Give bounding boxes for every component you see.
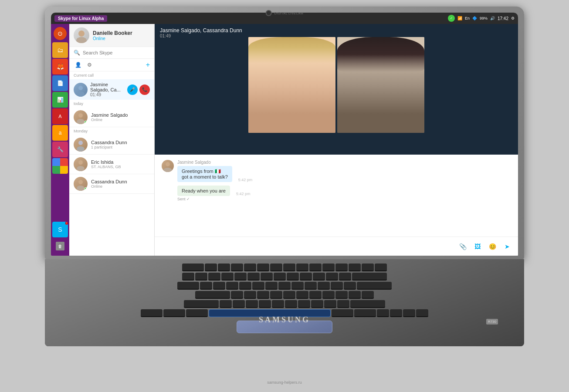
key-f9[interactable] xyxy=(309,264,322,271)
key-g[interactable] xyxy=(283,291,295,299)
key-i[interactable] xyxy=(291,282,304,290)
search-input[interactable] xyxy=(83,50,150,55)
key-w[interactable] xyxy=(213,282,225,290)
list-item[interactable]: Eric Ishida ST. ALBANS, GB xyxy=(69,155,154,174)
sidebar-item-skype[interactable]: S ! xyxy=(52,222,68,237)
key-5[interactable] xyxy=(247,273,260,280)
key-b[interactable] xyxy=(272,300,284,308)
key-l[interactable] xyxy=(335,291,348,299)
key-del[interactable] xyxy=(362,264,374,271)
sidebar-item-chrome[interactable] xyxy=(52,158,68,174)
key-2[interactable] xyxy=(208,273,220,280)
key-h[interactable] xyxy=(296,291,308,299)
key-alt-l[interactable] xyxy=(186,309,208,317)
key-z[interactable] xyxy=(220,300,232,308)
key-f2[interactable] xyxy=(218,264,230,271)
key-f[interactable] xyxy=(270,291,282,299)
key-f10[interactable] xyxy=(322,264,335,271)
key-ctrl-r[interactable] xyxy=(354,309,376,317)
sidebar-item-sheet[interactable]: 📊 xyxy=(52,92,68,108)
key-period[interactable] xyxy=(324,300,336,308)
key-arrow-d[interactable] xyxy=(390,309,402,317)
key-j[interactable] xyxy=(309,291,322,299)
key-f3[interactable] xyxy=(231,264,243,271)
key-y[interactable] xyxy=(265,282,278,290)
sidebar-item-amazon[interactable]: a xyxy=(52,125,68,141)
key-a[interactable] xyxy=(231,291,243,299)
key-comma[interactable] xyxy=(311,300,323,308)
key-caps[interactable] xyxy=(195,291,230,299)
key-shift-r[interactable] xyxy=(350,300,385,308)
key-f5[interactable] xyxy=(257,264,269,271)
settings-gear-icon[interactable]: ⚙ xyxy=(85,61,94,69)
key-arrow-u[interactable] xyxy=(403,309,415,317)
key-fn[interactable] xyxy=(163,309,185,317)
key-6[interactable] xyxy=(261,273,273,280)
key-t[interactable] xyxy=(252,282,264,290)
key-q[interactable] xyxy=(200,282,212,290)
key-8[interactable] xyxy=(287,273,299,280)
key-tab[interactable] xyxy=(177,282,199,290)
key-p[interactable] xyxy=(318,282,330,290)
mute-button[interactable]: 🎤 xyxy=(127,84,138,95)
send-icon[interactable]: ➤ xyxy=(501,241,513,252)
image-icon[interactable]: 🖼 xyxy=(472,241,483,252)
key-bracketr[interactable] xyxy=(344,282,356,290)
key-f8[interactable] xyxy=(296,264,308,271)
sidebar-item-tools[interactable]: 🔧 xyxy=(52,142,68,157)
key-o[interactable] xyxy=(305,282,317,290)
key-f4[interactable] xyxy=(244,264,256,271)
key-f12[interactable] xyxy=(349,264,361,271)
key-x[interactable] xyxy=(233,300,245,308)
emoji-icon[interactable]: 😊 xyxy=(487,241,498,252)
key-minus[interactable] xyxy=(326,273,338,280)
key-d[interactable] xyxy=(257,291,269,299)
end-call-button[interactable]: 📞 xyxy=(139,84,150,95)
sidebar-item-trash[interactable]: 🗑 xyxy=(52,238,68,254)
key-backspace[interactable] xyxy=(352,273,387,280)
key-alt-r[interactable] xyxy=(332,309,353,317)
key-4[interactable] xyxy=(234,273,247,280)
key-f11[interactable] xyxy=(335,264,348,271)
key-3[interactable] xyxy=(221,273,234,280)
list-item[interactable]: Cassandra Dunn 1 participant xyxy=(69,135,154,155)
key-ins[interactable] xyxy=(375,264,387,271)
add-contact-button[interactable]: + xyxy=(146,61,150,69)
key-u[interactable] xyxy=(278,282,291,290)
key-s[interactable] xyxy=(244,291,256,299)
key-f6[interactable] xyxy=(270,264,282,271)
list-item[interactable]: Cassandra Dunn Online xyxy=(69,174,154,194)
key-arrow-r[interactable] xyxy=(416,309,428,317)
current-call-item[interactable]: Jasmine Salgado, Ca... 01:49 🎤 📞 xyxy=(69,79,154,100)
key-v[interactable] xyxy=(259,300,271,308)
key-m[interactable] xyxy=(298,300,310,308)
key-backtick[interactable] xyxy=(182,273,194,280)
key-esc[interactable] xyxy=(182,264,204,271)
key-shift-l[interactable] xyxy=(184,300,219,308)
add-file-icon[interactable]: 📎 xyxy=(457,241,468,252)
key-1[interactable] xyxy=(195,273,207,280)
key-semi[interactable] xyxy=(349,291,361,299)
key-f1[interactable] xyxy=(205,264,217,271)
key-bracketl[interactable] xyxy=(331,282,343,290)
key-e[interactable] xyxy=(226,282,238,290)
search-bar[interactable]: 🔍 xyxy=(69,47,154,59)
sidebar-item-firefox[interactable]: 🦊 xyxy=(52,59,68,74)
key-enter[interactable] xyxy=(357,282,392,290)
message-input[interactable] xyxy=(160,244,454,249)
key-7[interactable] xyxy=(274,273,286,280)
key-c[interactable] xyxy=(246,300,258,308)
key-ctrl-l[interactable] xyxy=(141,309,163,317)
settings-icon[interactable]: ⚙ xyxy=(511,16,515,20)
key-f7[interactable] xyxy=(283,264,295,271)
key-n[interactable] xyxy=(285,300,297,308)
contacts-icon[interactable]: 👤 xyxy=(74,61,82,69)
sidebar-item-pdf[interactable]: A xyxy=(52,108,68,124)
sidebar-item-ubuntu[interactable]: ⊙ xyxy=(52,26,68,41)
key-slash[interactable] xyxy=(337,300,349,308)
key-equal[interactable] xyxy=(339,273,351,280)
key-arrow-l[interactable] xyxy=(377,309,389,317)
list-item[interactable]: Jasmine Salgado Online xyxy=(69,108,154,127)
sidebar-item-doc[interactable]: 📄 xyxy=(52,75,68,91)
key-0[interactable] xyxy=(313,273,325,280)
